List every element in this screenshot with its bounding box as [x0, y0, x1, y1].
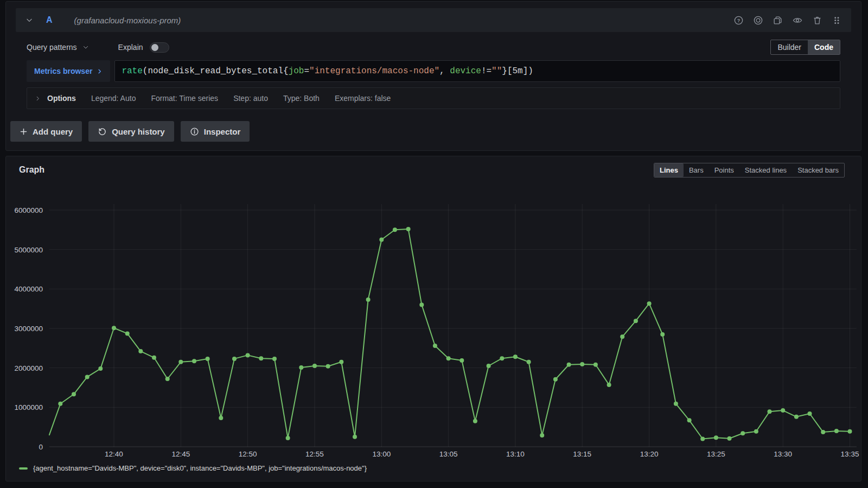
- query-token: device: [450, 66, 481, 76]
- data-point: [634, 319, 638, 323]
- data-point: [112, 326, 116, 330]
- x-axis-tick-label: 12:45: [171, 450, 190, 458]
- eye-icon[interactable]: [792, 15, 803, 26]
- data-point: [540, 433, 544, 438]
- data-point: [500, 356, 504, 360]
- query-ref-id: A: [46, 15, 53, 25]
- chevron-down-icon[interactable]: [25, 16, 33, 24]
- explain-toggle[interactable]: [150, 42, 169, 53]
- data-point: [393, 227, 397, 232]
- data-point: [794, 415, 799, 419]
- style-points[interactable]: Points: [709, 163, 739, 177]
- series-legend-label[interactable]: {agent_hostname="Davids-MBP", device="di…: [33, 464, 367, 472]
- editor-mode-switch: Builder Code: [770, 40, 840, 55]
- query-token: ,: [439, 66, 450, 76]
- x-axis-tick-label: 13:25: [707, 450, 725, 458]
- style-bars[interactable]: Bars: [684, 163, 709, 177]
- query-row-header[interactable]: A (grafanacloud-moxious-prom) ?: [16, 8, 851, 32]
- query-history-button[interactable]: Query history: [88, 121, 174, 142]
- option-step: Step: auto: [233, 94, 268, 103]
- data-point: [768, 409, 772, 414]
- data-point: [433, 344, 437, 348]
- data-point: [580, 362, 584, 366]
- data-point: [152, 356, 156, 360]
- x-axis-tick-label: 13:20: [640, 450, 659, 458]
- data-point: [660, 332, 665, 337]
- copy-icon[interactable]: [773, 15, 783, 26]
- query-editor-panel: A (grafanacloud-moxious-prom) ?: [5, 1, 861, 151]
- data-point: [192, 359, 196, 363]
- series-color-dash[interactable]: [19, 467, 28, 470]
- data-point: [165, 377, 170, 381]
- data-point: [178, 360, 183, 364]
- mode-code[interactable]: Code: [808, 40, 840, 54]
- help-icon[interactable]: ?: [733, 15, 744, 26]
- data-point: [567, 363, 571, 367]
- graph-style-switch: Lines Bars Points Stacked lines Stacked …: [654, 163, 845, 178]
- option-format: Format: Time series: [151, 94, 218, 103]
- query-patterns-button[interactable]: Query patterns: [27, 43, 77, 52]
- data-point: [647, 301, 652, 306]
- x-axis-tick-label: 12:50: [239, 450, 257, 458]
- data-point: [246, 353, 250, 357]
- inspector-label: Inspector: [204, 127, 241, 136]
- history-icon: [98, 127, 107, 136]
- data-point: [607, 383, 611, 387]
- data-point: [553, 377, 558, 382]
- y-axis-tick-label: 5000000: [14, 246, 43, 254]
- metrics-browser-button[interactable]: Metrics browser: [27, 60, 110, 82]
- data-point: [353, 435, 357, 439]
- promql-query-input[interactable]: rate(node_disk_read_bytes_total{job="int…: [114, 60, 840, 82]
- query-token: rate: [122, 66, 142, 76]
- chevron-down-icon[interactable]: [82, 44, 89, 50]
- query-options-row[interactable]: Options Legend: Auto Format: Time series…: [27, 87, 840, 109]
- data-point: [487, 364, 491, 368]
- data-point: [272, 357, 277, 361]
- inspector-button[interactable]: Inspector: [181, 121, 250, 142]
- data-point: [459, 358, 464, 363]
- y-axis-tick-label: 6000000: [14, 206, 43, 214]
- data-point: [406, 227, 411, 231]
- data-point: [821, 430, 825, 434]
- data-point: [299, 365, 303, 370]
- x-axis-tick-label: 13:30: [774, 450, 792, 458]
- graph-panel: Graph Lines Bars Points Stacked lines St…: [5, 156, 861, 481]
- option-type: Type: Both: [283, 94, 320, 103]
- y-axis-tick-label: 4000000: [14, 285, 43, 293]
- add-query-button[interactable]: Add query: [10, 121, 82, 142]
- style-stacked-bars[interactable]: Stacked bars: [792, 163, 844, 177]
- data-point: [286, 436, 290, 440]
- data-point: [781, 408, 785, 413]
- chart-legend: {agent_hostname="Davids-MBP", device="di…: [19, 464, 367, 472]
- data-point: [419, 302, 424, 307]
- mode-builder[interactable]: Builder: [771, 40, 808, 54]
- panel-title: Graph: [19, 165, 44, 175]
- data-point: [58, 402, 62, 406]
- option-legend: Legend: Auto: [91, 94, 136, 103]
- datasource-hint: (grafanacloud-moxious-prom): [74, 16, 181, 25]
- query-token: !=: [481, 66, 492, 76]
- data-point: [339, 360, 343, 364]
- data-point: [138, 349, 143, 353]
- chevron-right-icon[interactable]: [35, 96, 41, 102]
- style-lines[interactable]: Lines: [654, 163, 684, 177]
- data-point: [513, 354, 518, 359]
- drag-handle-icon[interactable]: [832, 15, 841, 26]
- data-point: [674, 402, 678, 406]
- data-point: [848, 429, 852, 434]
- x-axis-tick-label: 12:55: [305, 450, 324, 458]
- query-token: =: [304, 66, 309, 76]
- y-axis-tick-label: 0: [39, 443, 43, 451]
- query-token: }[5m]): [502, 66, 533, 76]
- style-stacked-lines[interactable]: Stacked lines: [739, 163, 792, 177]
- svg-text:?: ?: [737, 17, 741, 23]
- data-point: [446, 356, 451, 360]
- data-point: [326, 364, 330, 369]
- circle-dot-icon[interactable]: [753, 15, 763, 26]
- x-axis-tick-label: 13:05: [439, 450, 458, 458]
- data-point: [366, 297, 371, 302]
- time-series-chart[interactable]: 0100000020000003000000400000050000006000…: [6, 156, 861, 481]
- toggle-knob: [151, 44, 158, 51]
- y-axis-tick-label: 3000000: [14, 325, 43, 333]
- trash-icon[interactable]: [812, 15, 822, 26]
